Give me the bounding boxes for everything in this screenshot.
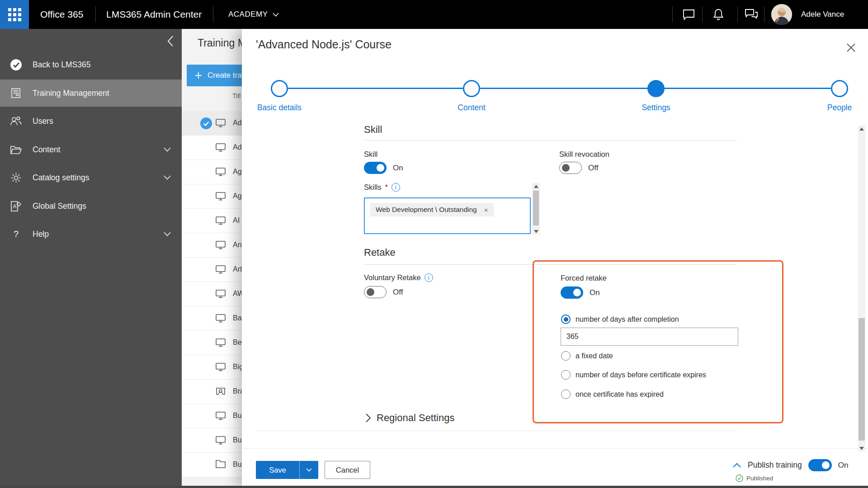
sidebar-item[interactable]: Training Management [0, 80, 182, 107]
step-label[interactable]: Content [458, 103, 485, 113]
sidebar-item[interactable]: ? Help [0, 221, 182, 248]
training-title: Bu [233, 460, 242, 469]
scroll-down-button[interactable] [532, 228, 540, 235]
notifications-button[interactable] [710, 6, 726, 23]
separator [764, 6, 764, 23]
plus-icon [195, 72, 202, 79]
cancel-label: Cancel [336, 466, 359, 474]
skill-tag: Web Development \ Outstanding × [370, 203, 494, 216]
radio-label[interactable]: a fixed date [576, 352, 613, 360]
close-icon [846, 43, 856, 52]
step-circle[interactable] [271, 80, 288, 97]
save-button[interactable]: Save [256, 461, 299, 479]
step-circle[interactable] [831, 80, 848, 97]
sidebar-item[interactable]: A Global Settings [0, 192, 182, 220]
tenant-label: ACADEMY [228, 10, 268, 19]
radio-label[interactable]: number of days after completion [576, 315, 679, 324]
sidebar-item[interactable]: Catalog settings [0, 164, 182, 191]
save-options-button[interactable] [299, 461, 318, 479]
scroll-down-button[interactable] [858, 445, 865, 452]
publish-training-label[interactable]: Publish training [748, 460, 802, 470]
radio-days-after-completion[interactable] [561, 314, 571, 324]
chevron-left-icon [167, 35, 174, 47]
skill-tag-text: Web Development \ Outstanding [376, 206, 477, 214]
sidebar-item-label: Catalog settings [33, 173, 90, 183]
step-label[interactable]: Basic details [257, 103, 302, 113]
cancel-button[interactable]: Cancel [325, 461, 370, 479]
remove-tag-icon[interactable]: × [484, 206, 488, 214]
tenant-menu[interactable]: ACADEMY [228, 0, 279, 29]
separator [737, 6, 738, 23]
user-name[interactable]: Adele Vance [801, 0, 844, 29]
radio-once-expired[interactable] [561, 389, 571, 399]
info-icon[interactable]: i [392, 183, 400, 192]
publish-toggle[interactable] [808, 459, 832, 471]
column-header-title[interactable]: Titl [232, 92, 241, 99]
regional-settings-label: Regional Settings [377, 412, 454, 424]
sidebar-item[interactable]: Back to LMS365 [0, 51, 182, 78]
sidebar-item-icon: ? [10, 228, 22, 240]
scroll-up-button[interactable] [532, 183, 540, 189]
separator [95, 6, 96, 23]
days-after-completion-input[interactable] [561, 328, 738, 346]
brand-admin-center[interactable]: LMS365 Admin Center [106, 0, 202, 29]
feedback-button[interactable] [743, 6, 760, 23]
app-launcher-button[interactable] [0, 0, 29, 29]
separator [702, 6, 703, 23]
skill-toggle[interactable] [364, 162, 387, 174]
chevron-down-icon [306, 468, 312, 472]
sidebar-item-label: Help [33, 230, 49, 239]
retake-section-heading: Retake [364, 247, 396, 258]
radio-label[interactable]: number of days before certificate expire… [576, 371, 706, 379]
sidebar-item-icon [10, 59, 22, 70]
sidebar-item-icon: A [10, 200, 22, 212]
publish-status-text: Published [746, 475, 773, 482]
skill-section-heading: Skill [364, 124, 382, 136]
training-title: Ag [233, 192, 242, 200]
chat-button[interactable] [680, 6, 697, 23]
training-title: Ag [233, 168, 242, 176]
step-circle[interactable] [463, 80, 480, 97]
brand-office365[interactable]: Office 365 [40, 0, 83, 29]
training-title: Bu [233, 412, 242, 420]
course-settings-dialog: 'Advanced Node.js' Course Basic details … [242, 29, 868, 488]
training-type-icon [215, 191, 226, 201]
training-title: Ad [233, 143, 242, 151]
sidebar-item[interactable]: Content [0, 136, 182, 163]
radio-label[interactable]: once certificate has expired [576, 390, 664, 399]
voluntary-retake-text: Voluntary Retake [364, 273, 421, 282]
waffle-icon [8, 8, 21, 21]
divider [256, 431, 737, 431]
close-button[interactable] [843, 40, 859, 55]
sidebar-collapse-button[interactable] [163, 33, 178, 49]
voluntary-retake-toggle[interactable] [364, 286, 387, 298]
skill-revocation-toggle[interactable] [559, 162, 582, 174]
training-type-icon [215, 460, 226, 469]
stepper-connector [480, 88, 647, 89]
save-label: Save [269, 466, 286, 474]
scrollbar-thumb[interactable] [533, 191, 539, 225]
radio-days-before-expiry[interactable] [561, 370, 571, 380]
radio-fixed-date[interactable] [561, 351, 571, 361]
scrollbar-thumb[interactable] [859, 318, 865, 441]
forced-retake-highlight: Forced retake On number of days after co… [533, 260, 783, 423]
training-type-icon [215, 289, 226, 299]
training-title: Art [233, 265, 242, 273]
sidebar-item[interactable]: Users [0, 108, 182, 135]
step-circle[interactable] [647, 80, 665, 97]
selected-check-icon [200, 117, 212, 129]
chevron-right-icon [365, 413, 371, 423]
page-title: Training M [198, 37, 246, 49]
training-type-icon [215, 338, 226, 347]
skills-input[interactable]: Web Development \ Outstanding × [364, 197, 531, 234]
step-label[interactable]: Settings [642, 103, 670, 113]
step-label[interactable]: People [827, 103, 852, 113]
forced-retake-toggle[interactable] [561, 286, 583, 299]
avatar[interactable] [771, 4, 792, 25]
info-icon[interactable]: i [425, 273, 433, 282]
sidebar-item-label: Training Management [33, 89, 109, 98]
chevron-up-icon[interactable] [732, 463, 741, 468]
regional-settings-expander[interactable]: Regional Settings [365, 412, 454, 424]
skills-label-text: Skills [364, 183, 382, 192]
scroll-up-button[interactable] [858, 126, 865, 132]
